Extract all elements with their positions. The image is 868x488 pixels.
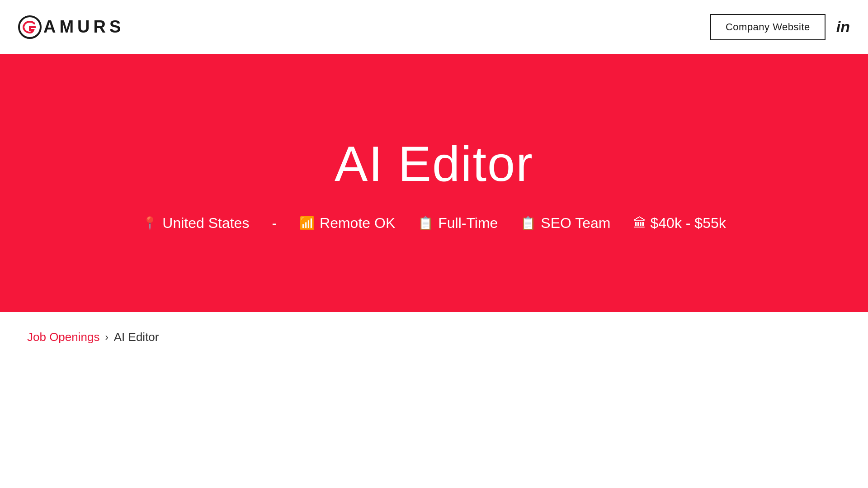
breadcrumb-current: AI Editor	[114, 330, 159, 344]
location-text: United States	[162, 215, 249, 232]
salary-meta: 🏛 $40k - $55k	[633, 215, 726, 232]
employment-meta: 📋 Full-Time	[418, 215, 498, 232]
remote-text: Remote OK	[320, 215, 395, 232]
location-icon: 📍	[142, 216, 158, 231]
meta-dash-separator: -	[272, 215, 277, 232]
hero-banner: AI Editor 📍 United States - 📶 Remote OK …	[0, 54, 868, 312]
logo: AMURS	[18, 15, 124, 39]
team-icon: 📋	[520, 216, 536, 231]
team-text: SEO Team	[541, 215, 610, 232]
job-title: AI Editor	[335, 135, 533, 192]
location-meta: 📍 United States	[142, 215, 249, 232]
logo-icon	[18, 15, 42, 39]
job-meta: 📍 United States - 📶 Remote OK 📋 Full-Tim…	[142, 215, 726, 232]
logo-text: AMURS	[43, 17, 124, 37]
team-meta: 📋 SEO Team	[520, 215, 610, 232]
salary-icon: 🏛	[633, 216, 646, 231]
salary-text: $40k - $55k	[651, 215, 726, 232]
employment-text: Full-Time	[438, 215, 498, 232]
breadcrumb: Job Openings › AI Editor	[0, 312, 868, 362]
wifi-icon: 📶	[299, 216, 315, 231]
svg-rect-1	[29, 26, 35, 28]
employment-icon: 📋	[418, 216, 434, 231]
breadcrumb-separator: ›	[105, 332, 108, 343]
linkedin-icon[interactable]: in	[836, 18, 850, 36]
breadcrumb-parent-link[interactable]: Job Openings	[27, 330, 99, 344]
company-website-button[interactable]: Company Website	[710, 14, 826, 40]
header-actions: Company Website in	[710, 14, 850, 40]
remote-meta: 📶 Remote OK	[299, 215, 395, 232]
site-header: AMURS Company Website in	[0, 0, 868, 54]
